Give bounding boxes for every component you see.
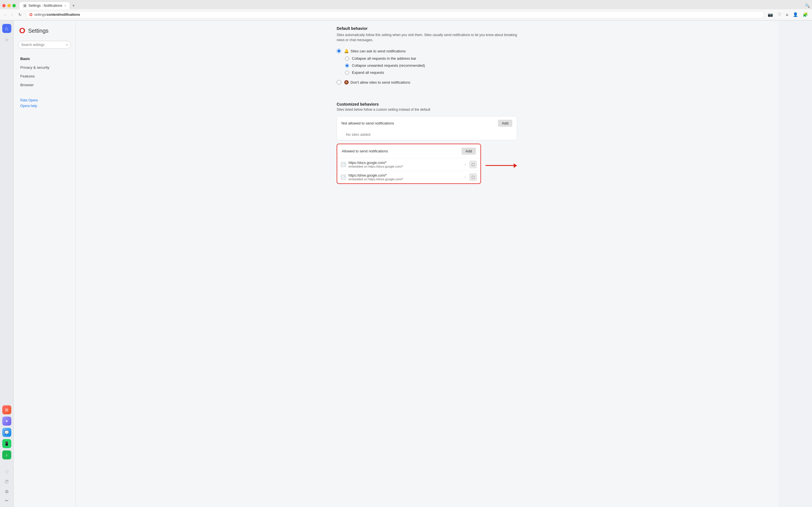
sidebar-app-spotify[interactable]: ♪ xyxy=(2,450,11,459)
radio-allow-input[interactable] xyxy=(337,49,341,53)
sidebar-app-apps[interactable]: ⊞ xyxy=(2,405,11,414)
site-embedded-docs: embedded on https://docs.google.com/* xyxy=(349,165,463,168)
sub-radio-collapse-unwanted-input[interactable] xyxy=(345,64,349,68)
settings-nav: O Settings × Basic Privacy & security Fe… xyxy=(13,20,75,507)
site-icon-docs: 📄 xyxy=(341,162,346,167)
allowed-section: Allowed to send notifications Add 📄 http… xyxy=(337,144,481,184)
close-traffic-light[interactable] xyxy=(2,4,6,7)
rate-opera-link[interactable]: Rate Opera xyxy=(20,98,68,102)
active-tab[interactable]: ⚙ Settings - Notifications × xyxy=(19,2,70,9)
site-embedded-drive: embedded on https://drive.google.com/* xyxy=(349,177,463,181)
traffic-lights xyxy=(2,4,16,7)
right-spacer xyxy=(778,20,812,507)
sidebar-heart-icon[interactable]: ♡ xyxy=(4,468,10,476)
site-row-docs: 📄 https://docs.google.com/* embedded on … xyxy=(337,158,480,171)
nav-links: Rate Opera Opera help xyxy=(13,95,75,113)
radio-deny-label: 🔕 Don't allow sites to send notification… xyxy=(344,80,410,84)
site-chevron-docs[interactable]: › xyxy=(463,161,467,168)
sidebar-icon-star[interactable]: ☆ xyxy=(2,35,11,44)
extensions-button[interactable]: 🧩 xyxy=(802,11,809,18)
arrow-line xyxy=(486,165,514,166)
allowed-add-button[interactable]: Add xyxy=(462,148,476,155)
opera-logo-icon: O xyxy=(29,12,33,17)
nav-item-privacy[interactable]: Privacy & security xyxy=(13,63,75,72)
radio-allow[interactable]: 🔔 Sites can ask to send notifications xyxy=(337,47,517,55)
site-action-docs[interactable]: ⬡ xyxy=(469,161,477,168)
new-tab-button[interactable]: + xyxy=(70,3,77,8)
sidebar-app-whatsapp[interactable]: 📱 xyxy=(2,439,11,448)
not-allowed-add-button[interactable]: Add xyxy=(498,120,512,127)
tab-title: Settings - Notifications xyxy=(29,4,62,8)
url-bar[interactable]: O settings/content/notifications xyxy=(26,11,764,18)
tab-close-button[interactable]: × xyxy=(64,4,66,7)
sub-radio-collapse-unwanted[interactable]: Collapse unwanted requests (recommended) xyxy=(345,62,517,69)
bookmark-button[interactable]: ♡ xyxy=(776,11,782,18)
browser-search-icon[interactable]: 🔍 xyxy=(805,3,810,8)
sidebar-icon-home[interactable]: ⌂ xyxy=(2,24,11,33)
radio-group-allow: 🔔 Sites can ask to send notifications Co… xyxy=(337,47,517,86)
not-allowed-header: Not allowed to send notifications Add xyxy=(337,116,517,130)
tab-favicon: ⚙ xyxy=(23,4,27,8)
default-behavior-desc: Sites automatically follow this setting … xyxy=(337,33,517,43)
site-action-drive[interactable]: ⬡ xyxy=(469,173,477,181)
toolbar-icons: 📷 ♡ ≡ 👤 🧩 xyxy=(767,11,809,18)
maximize-traffic-light[interactable] xyxy=(12,4,16,7)
site-row-drive: 📄 https://drive.google.com/* embedded on… xyxy=(337,171,480,183)
site-icon-drive: 📄 xyxy=(341,174,346,180)
settings-search-input[interactable] xyxy=(18,41,71,49)
opera-sidebar: ⌂ ☆ ⊞ ✦ 💬 📱 ♪ ♡ ⏱ ⚙ ••• xyxy=(0,20,13,507)
site-url-drive: https://drive.google.com/* xyxy=(349,173,463,177)
sidebar-more-icon[interactable]: ••• xyxy=(4,498,10,504)
settings-header: O Settings xyxy=(13,26,75,41)
site-url-docs: https://docs.google.com/* xyxy=(349,161,463,165)
sub-radio-expand-all-input[interactable] xyxy=(345,71,349,75)
sidebar-app-creative[interactable]: ✦ xyxy=(2,416,11,426)
sidebar-history-icon[interactable]: ⏱ xyxy=(3,478,10,486)
minimize-traffic-light[interactable] xyxy=(7,4,11,7)
main-content: Default behavior Sites automatically fol… xyxy=(75,20,778,507)
radio-deny[interactable]: 🔕 Don't allow sites to send notification… xyxy=(337,78,517,86)
not-allowed-section: Not allowed to send notifications Add No… xyxy=(337,116,517,140)
screenshot-button[interactable]: 📷 xyxy=(767,11,774,18)
sub-radio-collapse-all[interactable]: Collapse all requests in the address bar xyxy=(345,55,517,62)
forward-button[interactable]: › xyxy=(10,11,15,18)
default-behavior-title: Default behavior xyxy=(337,26,517,31)
nav-item-browser[interactable]: Browser xyxy=(13,80,75,89)
search-clear-icon[interactable]: × xyxy=(66,43,68,47)
sidebar-app-messenger[interactable]: 💬 xyxy=(2,428,11,437)
arrow-head xyxy=(514,163,517,168)
behaviors-desc: Sites listed below follow a custom setti… xyxy=(337,108,517,112)
sub-radio-expand-all[interactable]: Expand all requests xyxy=(345,69,517,76)
nav-item-basic[interactable]: Basic xyxy=(13,54,75,63)
account-button[interactable]: 👤 xyxy=(792,11,799,18)
radio-allow-label: 🔔 Sites can ask to send notifications xyxy=(344,49,406,53)
refresh-button[interactable]: ↻ xyxy=(17,11,23,18)
site-info-docs: https://docs.google.com/* embedded on ht… xyxy=(349,161,463,168)
opera-logo: O xyxy=(19,26,26,35)
red-arrow xyxy=(486,163,517,168)
bell-icon: 🔔 xyxy=(344,49,349,53)
sidebar-settings-icon[interactable]: ⚙ xyxy=(4,488,10,496)
bell-off-icon: 🔕 xyxy=(344,80,349,84)
site-info-drive: https://drive.google.com/* embedded on h… xyxy=(349,173,463,181)
not-allowed-title: Not allowed to send notifications xyxy=(342,121,394,125)
sub-radio-group: Collapse all requests in the address bar… xyxy=(345,55,517,76)
not-allowed-empty: No sites added xyxy=(337,130,517,140)
url-path-prefix: settings/ xyxy=(34,13,47,17)
opera-help-link[interactable]: Opera help xyxy=(20,104,68,108)
sub-radio-collapse-all-input[interactable] xyxy=(345,57,349,61)
url-prefix: settings/content/notifications xyxy=(34,13,80,17)
site-chevron-drive[interactable]: › xyxy=(463,174,467,180)
menu-button[interactable]: ≡ xyxy=(784,11,790,18)
nav-item-features[interactable]: Features xyxy=(13,72,75,80)
behaviors-title: Customized behaviors xyxy=(337,102,517,107)
allowed-header: Allowed to send notifications Add xyxy=(337,144,480,158)
customized-behaviors: Customized behaviors Sites listed below … xyxy=(337,102,517,187)
back-button[interactable]: ‹ xyxy=(3,11,8,18)
settings-title: Settings xyxy=(28,27,49,34)
radio-deny-input[interactable] xyxy=(337,80,341,84)
settings-search[interactable]: × xyxy=(18,41,71,49)
url-path: content/notifications xyxy=(47,13,80,17)
allowed-title: Allowed to send notifications xyxy=(342,149,388,153)
